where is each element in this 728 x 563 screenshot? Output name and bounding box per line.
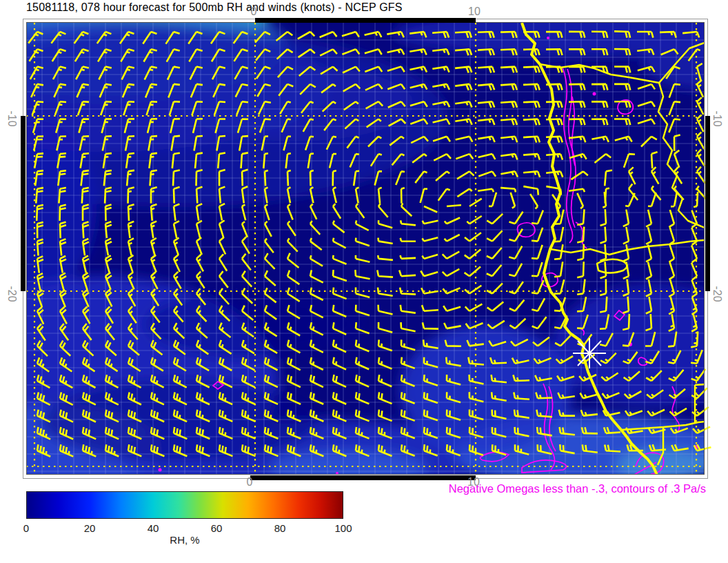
weather-chart-page: 15081118, 078 hour forecast for 500mb RH… (0, 0, 728, 563)
colorbar-tick-label: 40 (148, 522, 159, 534)
left-axis-label: -10 (6, 110, 18, 126)
forecast-map (0, 0, 728, 483)
colorbar-tick-label: 60 (211, 522, 223, 534)
omega-caption: Negative Omegas less than -.3, contours … (449, 482, 706, 495)
top-axis-label: 0 (251, 6, 257, 18)
right-axis-label: -20 (711, 286, 723, 302)
rh-colorbar (26, 491, 343, 519)
axis-degree-bar (250, 475, 476, 480)
right-axis-label: -10 (711, 110, 723, 126)
left-axis-label: -20 (6, 286, 18, 302)
axis-degree-bar (705, 116, 710, 291)
axis-degree-bar (255, 18, 476, 23)
colorbar-tick-label: 0 (23, 522, 29, 534)
map-area (0, 0, 728, 483)
axis-degree-bar (21, 116, 26, 291)
colorbar-tick-label: 100 (334, 522, 352, 534)
top-axis-label: 10 (468, 6, 481, 18)
colorbar-tick-label: 20 (84, 522, 96, 534)
colorbar-tick-label: 80 (274, 522, 286, 534)
colorbar-label: RH, % (170, 534, 199, 546)
bottom-axis-label: 0 (247, 476, 253, 488)
